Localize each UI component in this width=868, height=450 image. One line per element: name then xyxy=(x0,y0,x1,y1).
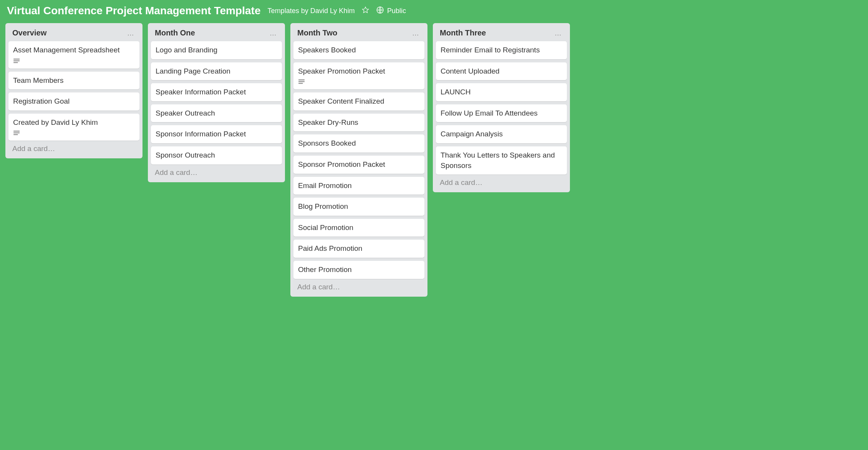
card-title: Speaker Information Packet xyxy=(156,87,277,97)
card[interactable]: Asset Management Spreadsheet xyxy=(8,41,139,69)
card-title: Campaign Analysis xyxy=(441,129,562,139)
card-title: Sponsor Information Packet xyxy=(156,129,277,139)
card-title: Sponsors Booked xyxy=(298,138,420,149)
card[interactable]: Registration Goal xyxy=(8,92,139,111)
cards-container: Speakers BookedSpeaker Promotion PacketS… xyxy=(293,41,424,279)
card-title: Speaker Content Finalized xyxy=(298,96,420,107)
list-menu-button[interactable]: … xyxy=(268,29,278,37)
card[interactable]: Sponsor Outreach xyxy=(151,146,282,165)
card[interactable]: Campaign Analysis xyxy=(436,125,567,143)
visibility-label: Public xyxy=(387,7,406,15)
card-title: Email Promotion xyxy=(298,181,420,191)
card-title: Created by David Ly Khim xyxy=(13,118,135,128)
card[interactable]: Speaker Dry-Runs xyxy=(293,114,424,132)
card[interactable]: Sponsors Booked xyxy=(293,134,424,153)
card-title: Asset Management Spreadsheet xyxy=(13,45,135,55)
card[interactable]: Team Members xyxy=(8,72,139,90)
cards-container: Asset Management SpreadsheetTeam Members… xyxy=(8,41,139,141)
card[interactable]: Speaker Information Packet xyxy=(151,83,282,101)
cards-container: Logo and BrandingLanding Page CreationSp… xyxy=(151,41,282,165)
card-badges xyxy=(13,58,135,65)
card-title: Paid Ads Promotion xyxy=(298,243,420,254)
list-title[interactable]: Overview xyxy=(12,29,126,37)
card[interactable]: Social Promotion xyxy=(293,219,424,237)
list-header: Month Two… xyxy=(293,27,424,41)
add-card-button[interactable]: Add a card… xyxy=(151,165,282,179)
list-header: Month One… xyxy=(151,27,282,41)
card-title: Follow Up Email To Attendees xyxy=(441,108,562,119)
add-card-button[interactable]: Add a card… xyxy=(8,141,139,155)
star-icon xyxy=(362,6,369,16)
list-menu-button[interactable]: … xyxy=(411,29,421,37)
card-title: Other Promotion xyxy=(298,265,420,275)
list-title[interactable]: Month One xyxy=(155,29,268,37)
card[interactable]: Landing Page Creation xyxy=(151,62,282,81)
card-title: Sponsor Promotion Packet xyxy=(298,160,420,170)
card-title: Speaker Dry-Runs xyxy=(298,118,420,128)
list: Overview…Asset Management SpreadsheetTea… xyxy=(5,23,142,158)
templates-by-link[interactable]: Templates by David Ly Khim xyxy=(268,7,355,15)
card-title: Sponsor Outreach xyxy=(156,150,277,161)
lists-container: Overview…Asset Management SpreadsheetTea… xyxy=(0,21,868,304)
card-title: Reminder Email to Registrants xyxy=(441,45,562,55)
card-title: Logo and Branding xyxy=(156,45,277,55)
card[interactable]: Speaker Content Finalized xyxy=(293,92,424,111)
card[interactable]: LAUNCH xyxy=(436,83,567,101)
card[interactable]: Logo and Branding xyxy=(151,41,282,59)
board-title[interactable]: Virtual Conference Project Management Te… xyxy=(7,5,261,17)
list-title[interactable]: Month Two xyxy=(297,29,411,37)
card[interactable]: Created by David Ly Khim xyxy=(8,114,139,141)
card[interactable]: Other Promotion xyxy=(293,261,424,279)
list-menu-button[interactable]: … xyxy=(126,29,136,37)
star-board-button[interactable] xyxy=(362,6,369,16)
card-title: Team Members xyxy=(13,76,135,86)
card-title: LAUNCH xyxy=(441,87,562,97)
card-title: Registration Goal xyxy=(13,96,135,107)
card-badges xyxy=(13,130,135,137)
description-icon xyxy=(13,130,20,137)
globe-icon xyxy=(376,6,384,16)
card[interactable]: Thank You Letters to Speakers and Sponso… xyxy=(436,146,567,175)
card[interactable]: Speaker Outreach xyxy=(151,104,282,123)
visibility-button[interactable]: Public xyxy=(376,6,406,16)
list-header: Month Three… xyxy=(436,27,567,41)
card[interactable]: Follow Up Email To Attendees xyxy=(436,104,567,123)
cards-container: Reminder Email to RegistrantsContent Upl… xyxy=(436,41,567,175)
description-icon xyxy=(298,79,305,86)
card-title: Landing Page Creation xyxy=(156,66,277,77)
card[interactable]: Speaker Promotion Packet xyxy=(293,62,424,90)
list-menu-button[interactable]: … xyxy=(553,29,563,37)
card-title: Speakers Booked xyxy=(298,45,420,55)
list: Month Two…Speakers BookedSpeaker Promoti… xyxy=(290,23,427,297)
list-title[interactable]: Month Three xyxy=(440,29,553,37)
card-title: Content Uploaded xyxy=(441,66,562,77)
board-header: Virtual Conference Project Management Te… xyxy=(0,0,868,21)
add-card-button[interactable]: Add a card… xyxy=(436,175,567,189)
list: Month Three…Reminder Email to Registrant… xyxy=(433,23,570,192)
card[interactable]: Email Promotion xyxy=(293,177,424,195)
card[interactable]: Sponsor Promotion Packet xyxy=(293,156,424,174)
card-title: Speaker Outreach xyxy=(156,108,277,119)
card[interactable]: Paid Ads Promotion xyxy=(293,240,424,258)
description-icon xyxy=(13,58,20,65)
list: Month One…Logo and BrandingLanding Page … xyxy=(148,23,285,182)
card[interactable]: Content Uploaded xyxy=(436,62,567,81)
card-badges xyxy=(298,79,420,86)
add-card-button[interactable]: Add a card… xyxy=(293,279,424,294)
card-title: Blog Promotion xyxy=(298,201,420,212)
card[interactable]: Reminder Email to Registrants xyxy=(436,41,567,59)
card-title: Social Promotion xyxy=(298,223,420,233)
card[interactable]: Speakers Booked xyxy=(293,41,424,59)
card-title: Speaker Promotion Packet xyxy=(298,66,420,77)
card-title: Thank You Letters to Speakers and Sponso… xyxy=(441,150,562,171)
card[interactable]: Sponsor Information Packet xyxy=(151,125,282,143)
card[interactable]: Blog Promotion xyxy=(293,198,424,216)
list-header: Overview… xyxy=(8,27,139,41)
